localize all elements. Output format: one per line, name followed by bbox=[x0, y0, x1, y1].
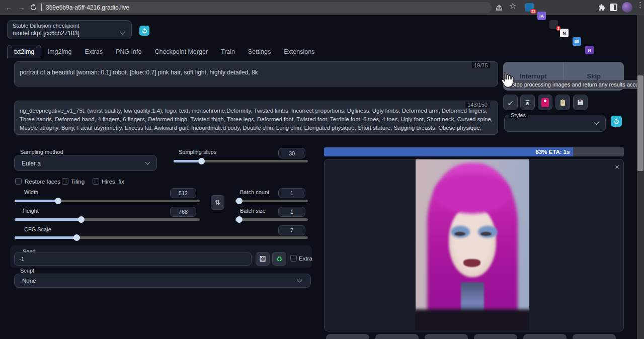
cfg-scale-input[interactable]: 7 bbox=[278, 225, 305, 235]
tab-train[interactable]: Train bbox=[214, 45, 242, 58]
batch-size-label: Batch size bbox=[240, 208, 266, 214]
slider-handle[interactable] bbox=[55, 198, 61, 204]
batch-size-slider[interactable] bbox=[235, 218, 308, 221]
seed-extra-checkbox[interactable] bbox=[290, 255, 297, 262]
extension-icon-1[interactable]: 21 bbox=[525, 3, 534, 12]
tab-png-info[interactable]: PNG Info bbox=[109, 45, 148, 58]
restore-faces-label: Restore faces bbox=[25, 179, 60, 185]
tab-settings[interactable]: Settings bbox=[242, 45, 277, 58]
extension-icon-notion[interactable]: N bbox=[560, 29, 569, 37]
sampling-steps-slider[interactable] bbox=[174, 160, 308, 162]
gallery-action-button[interactable] bbox=[326, 334, 369, 339]
tab-extras[interactable]: Extras bbox=[78, 45, 109, 58]
slider-handle[interactable] bbox=[236, 198, 243, 204]
browser-toolbar: ← → 359e5b9a-a5ff-4216.gradio.live ☆ 21 … bbox=[0, 0, 644, 15]
scrollbar-thumb[interactable] bbox=[637, 75, 643, 171]
progress-bar: 83% ETA: 1s bbox=[324, 147, 624, 156]
batch-count-input[interactable]: 1 bbox=[278, 188, 305, 198]
extensions-puzzle-icon[interactable] bbox=[598, 3, 606, 13]
hires-fix-label: Hires. fix bbox=[102, 179, 124, 185]
clear-prompt-trash-icon[interactable] bbox=[520, 95, 535, 110]
tab-img2img[interactable]: img2img bbox=[41, 45, 78, 58]
prompt-token-counter: 19/75 bbox=[472, 62, 490, 68]
gallery-action-button[interactable] bbox=[375, 334, 419, 339]
extension-icon-3[interactable]: 1 bbox=[549, 20, 558, 29]
progress-bar-fill: 83% ETA: 1s bbox=[324, 147, 573, 156]
height-label: Height bbox=[23, 208, 39, 214]
apply-styles-clipboard-icon[interactable] bbox=[555, 95, 570, 110]
browser-menu-icon[interactable]: ⋮ bbox=[636, 1, 644, 10]
tab-extensions[interactable]: Extensions bbox=[277, 45, 321, 58]
main-tabbar: txt2img img2img Extras PNG Info Checkpoi… bbox=[7, 45, 321, 58]
gallery-action-button[interactable] bbox=[573, 334, 616, 339]
extension-icon-6[interactable]: N bbox=[585, 46, 594, 54]
tab-txt2img[interactable]: txt2img bbox=[7, 45, 41, 58]
styles-dropdown[interactable]: Styles bbox=[504, 115, 606, 132]
width-input[interactable]: 512 bbox=[170, 188, 196, 198]
swap-width-height-button[interactable]: ⇅ bbox=[211, 195, 224, 210]
browser-back-button[interactable]: ← bbox=[5, 0, 13, 15]
height-slider[interactable] bbox=[15, 218, 200, 221]
output-gallery: × bbox=[324, 159, 624, 331]
tiling-checkbox[interactable] bbox=[62, 178, 68, 185]
prompt-textarea[interactable]: portrait of a beautiful [woman::0.1] rob… bbox=[14, 61, 498, 87]
extension-icon-5[interactable] bbox=[573, 37, 581, 46]
https-lock-icon bbox=[41, 4, 42, 11]
tiling-label: Tiling bbox=[71, 179, 85, 185]
seed-extra-label: Extra bbox=[299, 256, 312, 262]
batch-size-input[interactable]: 1 bbox=[278, 207, 305, 217]
browser-address-bar[interactable]: 359e5b9a-a5ff-4216.gradio.live bbox=[36, 2, 492, 13]
browser-profile-avatar[interactable] bbox=[622, 2, 632, 13]
styles-label: Styles bbox=[509, 112, 528, 118]
generated-image-preview[interactable] bbox=[416, 159, 529, 330]
checkpoint-dropdown[interactable]: Stable Diffusion checkpoint model.ckpt [… bbox=[7, 20, 132, 39]
chevron-down-icon bbox=[297, 278, 302, 283]
gallery-action-button[interactable] bbox=[425, 334, 468, 339]
batch-count-label: Batch count bbox=[240, 189, 269, 195]
height-input[interactable]: 768 bbox=[170, 207, 196, 217]
browser-forward-button[interactable]: → bbox=[18, 0, 25, 15]
mouse-cursor-pointer bbox=[499, 71, 514, 92]
cfg-scale-label: CFG Scale bbox=[24, 226, 51, 232]
script-dropdown[interactable]: None bbox=[14, 274, 311, 288]
page-scrollbar[interactable] bbox=[637, 15, 644, 339]
tab-checkpoint-merger[interactable]: Checkpoint Merger bbox=[148, 45, 214, 58]
share-icon[interactable] bbox=[495, 4, 503, 13]
restore-faces-checkbox[interactable] bbox=[15, 178, 22, 185]
extra-networks-icon[interactable] bbox=[538, 95, 552, 110]
gallery-action-button[interactable] bbox=[523, 334, 567, 339]
reuse-seed-recycle-button[interactable]: ♻ bbox=[272, 252, 286, 266]
checkpoint-value: model.ckpt [cc6cb27103] bbox=[13, 30, 79, 37]
sampling-steps-label: Sampling steps bbox=[179, 149, 216, 155]
side-panel-icon[interactable] bbox=[610, 4, 617, 11]
chevron-down-icon bbox=[145, 160, 150, 165]
interrupt-tooltip: Stop processing images and return any re… bbox=[510, 80, 644, 89]
slider-handle[interactable] bbox=[78, 216, 85, 223]
chevron-down-icon bbox=[594, 120, 599, 125]
random-seed-dice-button[interactable]: ⚄ bbox=[256, 252, 270, 266]
width-slider[interactable] bbox=[15, 200, 200, 202]
negative-prompt-textarea[interactable]: ng_deepnegative_v1_75t, (worst quality, … bbox=[14, 101, 498, 135]
gallery-action-button[interactable] bbox=[474, 334, 517, 339]
extension-icon-2[interactable]: IA bbox=[537, 12, 546, 20]
batch-count-slider[interactable] bbox=[235, 200, 308, 202]
chevron-down-icon bbox=[120, 30, 125, 35]
slider-handle[interactable] bbox=[198, 158, 205, 164]
save-style-floppy-icon[interactable] bbox=[573, 95, 588, 110]
stable-diffusion-webui: ← → 359e5b9a-a5ff-4216.gradio.live ☆ 21 … bbox=[0, 0, 644, 339]
script-label: Script bbox=[20, 268, 34, 274]
url-text: 359e5b9a-a5ff-4216.gradio.live bbox=[46, 4, 129, 11]
slider-handle[interactable] bbox=[73, 234, 80, 241]
bookmark-star-icon[interactable]: ☆ bbox=[509, 1, 516, 11]
sampling-steps-input[interactable]: 30 bbox=[278, 148, 305, 158]
sampling-method-dropdown[interactable]: Euler a bbox=[14, 155, 157, 171]
seed-input[interactable]: -1 bbox=[14, 252, 252, 266]
paste-params-arrow-icon[interactable]: ↙ bbox=[503, 95, 518, 110]
styles-refresh-button[interactable] bbox=[611, 116, 622, 127]
slider-handle[interactable] bbox=[236, 216, 243, 223]
checkpoint-refresh-button[interactable] bbox=[139, 26, 149, 36]
cfg-scale-slider[interactable] bbox=[15, 236, 308, 239]
width-label: Width bbox=[24, 189, 38, 195]
close-preview-icon[interactable]: × bbox=[615, 162, 619, 171]
hires-fix-checkbox[interactable] bbox=[93, 178, 99, 185]
